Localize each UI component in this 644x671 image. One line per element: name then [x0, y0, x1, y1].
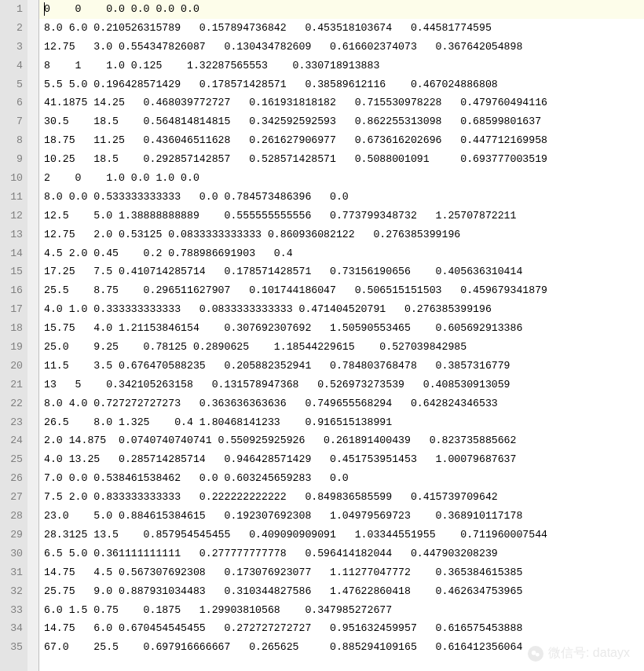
code-text: 14.75 6.0 0.670454545455 0.272727272727 …: [44, 622, 522, 634]
code-text: 11.5 3.5 0.676470588235 0.205882352941 0…: [44, 360, 510, 372]
fold-margin: [27, 0, 39, 671]
code-line[interactable]: 8 1 1.0 0.125 1.32287565553 0.3307189138…: [44, 57, 644, 75]
line-number: 21: [0, 376, 23, 394]
line-number: 2: [0, 19, 23, 38]
line-number: 4: [0, 57, 23, 75]
line-number: 14: [0, 244, 23, 263]
code-line[interactable]: 11.5 3.5 0.676470588235 0.205882352941 0…: [44, 357, 644, 376]
code-line[interactable]: 28.3125 13.5 0.857954545455 0.4090909090…: [44, 526, 644, 544]
line-number: 22: [0, 394, 23, 413]
line-number: 10: [0, 169, 23, 188]
line-number: 1: [0, 0, 23, 19]
code-text: 4.0 13.25 0.285714285714 0.946428571429 …: [44, 453, 516, 465]
code-text: 2 0 1.0 0.0 1.0 0.0: [44, 172, 199, 184]
watermark-text: 微信号: datayx: [548, 645, 630, 662]
code-text: 10.25 18.5 0.292857142857 0.528571428571…: [44, 153, 547, 165]
line-number: 31: [0, 563, 23, 582]
code-text: 7.0 0.0 0.538461538462 0.0 0.60324565928…: [44, 472, 349, 484]
code-editor[interactable]: 1234567891011121314151617181920212223242…: [0, 0, 644, 671]
line-number: 9: [0, 150, 23, 169]
code-line[interactable]: 0 0 0.0 0.0 0.0 0.0: [44, 0, 644, 19]
watermark: 微信号: datayx: [528, 645, 630, 662]
code-line[interactable]: 25.5 8.75 0.296511627907 0.101744186047 …: [44, 281, 644, 300]
line-number: 30: [0, 544, 23, 563]
code-text: 8.0 0.0 0.533333333333 0.0 0.78457348639…: [44, 191, 349, 203]
code-text: 26.5 8.0 1.325 0.4 1.80468141233 0.91651…: [44, 416, 392, 428]
code-line[interactable]: 2 0 1.0 0.0 1.0 0.0: [44, 169, 644, 188]
code-text: 0 0 0.0 0.0 0.0 0.0: [44, 3, 199, 15]
code-line[interactable]: 4.0 1.0 0.333333333333 0.0833333333333 0…: [44, 300, 644, 319]
code-text: 4.5 2.0 0.45 0.2 0.788986691903 0.4: [44, 248, 293, 259]
code-text: 14.75 4.5 0.567307692308 0.173076923077 …: [44, 566, 522, 578]
code-text: 8.0 6.0 0.210526315789 0.157894736842 0.…: [44, 22, 492, 34]
line-number: 32: [0, 582, 23, 601]
code-text: 8 1 1.0 0.125 1.32287565553 0.3307189138…: [44, 60, 379, 72]
line-number: 35: [0, 638, 23, 657]
line-number: 26: [0, 469, 23, 488]
line-number: 34: [0, 619, 23, 638]
code-line[interactable]: 4.5 2.0 0.45 0.2 0.788986691903 0.4: [44, 244, 644, 263]
code-line[interactable]: 12.75 2.0 0.53125 0.0833333333333 0.8609…: [44, 226, 644, 244]
code-area[interactable]: 0 0 0.0 0.0 0.0 0.08.0 6.0 0.21052631578…: [39, 0, 644, 671]
code-line[interactable]: 10.25 18.5 0.292857142857 0.528571428571…: [44, 150, 644, 169]
line-number: 29: [0, 526, 23, 544]
line-number: 19: [0, 338, 23, 357]
code-line[interactable]: 4.0 13.25 0.285714285714 0.946428571429 …: [44, 450, 644, 469]
text-caret: [44, 2, 45, 16]
code-line[interactable]: 6.0 1.5 0.75 0.1875 1.29903810568 0.3479…: [44, 601, 644, 620]
code-line[interactable]: 12.5 5.0 1.38888888889 0.555555555556 0.…: [44, 207, 644, 226]
code-line[interactable]: 5.5 5.0 0.196428571429 0.178571428571 0.…: [44, 75, 644, 94]
code-line[interactable]: 8.0 4.0 0.727272727273 0.363636363636 0.…: [44, 394, 644, 413]
code-text: 4.0 1.0 0.333333333333 0.0833333333333 0…: [44, 303, 492, 315]
code-line[interactable]: 14.75 4.5 0.567307692308 0.173076923077 …: [44, 563, 644, 582]
code-line[interactable]: 2.0 14.875 0.0740740740741 0.55092592592…: [44, 431, 644, 450]
code-text: 18.75 11.25 0.436046511628 0.26162790697…: [44, 134, 547, 146]
code-text: 8.0 4.0 0.727272727273 0.363636363636 0.…: [44, 398, 498, 409]
code-text: 67.0 25.5 0.697916666667 0.265625 0.8852…: [44, 641, 522, 653]
code-text: 41.1875 14.25 0.468039772727 0.161931818…: [44, 97, 547, 108]
code-text: 7.5 2.0 0.833333333333 0.222222222222 0.…: [44, 491, 498, 503]
line-number: 24: [0, 431, 23, 450]
code-line[interactable]: 17.25 7.5 0.410714285714 0.178571428571 …: [44, 262, 644, 281]
code-line[interactable]: 18.75 11.25 0.436046511628 0.26162790697…: [44, 131, 644, 150]
code-line[interactable]: 41.1875 14.25 0.468039772727 0.161931818…: [44, 94, 644, 112]
code-line[interactable]: 23.0 5.0 0.884615384615 0.192307692308 1…: [44, 507, 644, 526]
line-number: 3: [0, 38, 23, 57]
code-text: 23.0 5.0 0.884615384615 0.192307692308 1…: [44, 510, 522, 522]
line-number: 25: [0, 450, 23, 469]
code-text: 25.75 9.0 0.887931034483 0.310344827586 …: [44, 585, 522, 597]
code-line[interactable]: 8.0 6.0 0.210526315789 0.157894736842 0.…: [44, 19, 644, 38]
code-line[interactable]: 13 5 0.342105263158 0.131578947368 0.526…: [44, 376, 644, 394]
code-line[interactable]: 14.75 6.0 0.670454545455 0.272727272727 …: [44, 619, 644, 638]
code-text: 28.3125 13.5 0.857954545455 0.4090909090…: [44, 529, 547, 541]
line-number: 18: [0, 319, 23, 338]
code-text: 2.0 14.875 0.0740740740741 0.55092592592…: [44, 434, 516, 446]
code-line[interactable]: 25.75 9.0 0.887931034483 0.310344827586 …: [44, 582, 644, 601]
code-line[interactable]: 8.0 0.0 0.533333333333 0.0 0.78457348639…: [44, 188, 644, 207]
line-number: 5: [0, 75, 23, 94]
code-line[interactable]: 25.0 9.25 0.78125 0.2890625 1.1854422961…: [44, 338, 644, 357]
code-line[interactable]: 30.5 18.5 0.564814814815 0.342592592593 …: [44, 112, 644, 131]
line-number: 28: [0, 507, 23, 526]
code-line[interactable]: 26.5 8.0 1.325 0.4 1.80468141233 0.91651…: [44, 413, 644, 432]
code-line[interactable]: 7.5 2.0 0.833333333333 0.222222222222 0.…: [44, 488, 644, 507]
code-line[interactable]: 7.0 0.0 0.538461538462 0.0 0.60324565928…: [44, 469, 644, 488]
code-text: 15.75 4.0 1.21153846154 0.307692307692 1…: [44, 322, 522, 334]
svg-point-1: [536, 652, 540, 656]
line-number: 16: [0, 281, 23, 300]
code-text: 6.0 1.5 0.75 0.1875 1.29903810568 0.3479…: [44, 604, 392, 616]
code-text: 13 5 0.342105263158 0.131578947368 0.526…: [44, 379, 510, 390]
line-number: 12: [0, 207, 23, 226]
line-number: 11: [0, 188, 23, 207]
line-number: 33: [0, 601, 23, 620]
code-text: 12.5 5.0 1.38888888889 0.555555555556 0.…: [44, 210, 516, 222]
code-text: 5.5 5.0 0.196428571429 0.178571428571 0.…: [44, 79, 498, 90]
line-number: 8: [0, 131, 23, 150]
wechat-icon: [528, 646, 543, 662]
line-number-gutter: 1234567891011121314151617181920212223242…: [0, 0, 27, 671]
line-number: 13: [0, 226, 23, 244]
code-line[interactable]: 12.75 3.0 0.554347826087 0.130434782609 …: [44, 38, 644, 57]
line-number: 27: [0, 488, 23, 507]
code-line[interactable]: 6.5 5.0 0.361111111111 0.277777777778 0.…: [44, 544, 644, 563]
code-line[interactable]: 15.75 4.0 1.21153846154 0.307692307692 1…: [44, 319, 644, 338]
